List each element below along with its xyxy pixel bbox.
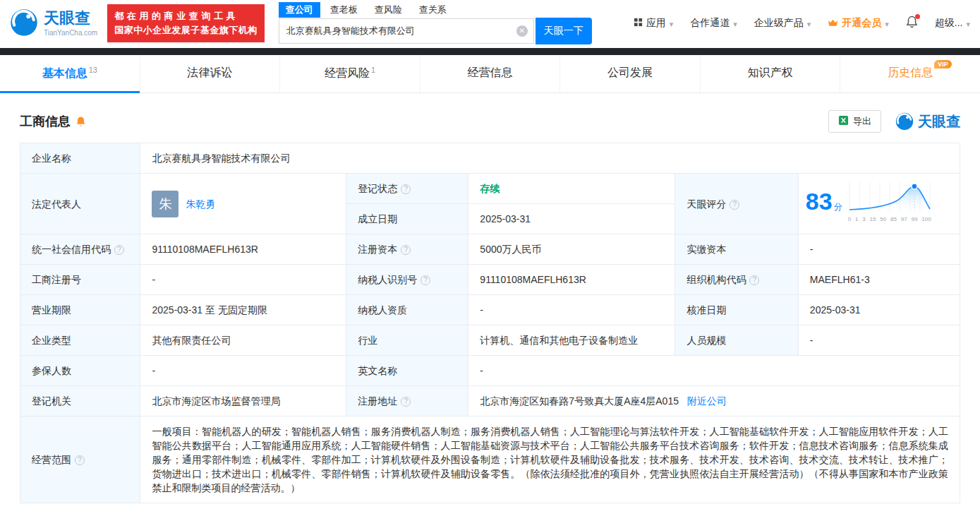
legal-rep-label: 法定代表人 <box>20 174 140 234</box>
nav-super-vip[interactable]: 超级... <box>935 17 970 30</box>
approval-date-label: 核准日期 <box>675 295 798 325</box>
tab-business-risk[interactable]: 经营风险1 <box>280 55 421 92</box>
approval-date-value: 2025-03-31 <box>798 295 960 325</box>
info-icon[interactable] <box>401 184 411 194</box>
slogan-badge: 都 在 用 的 商 业 查 询 工 具 国家中小企业发展子基金旗下机构 <box>107 4 265 42</box>
export-label: 导出 <box>853 115 871 128</box>
section-header: 工商信息 导出 天眼查 <box>20 110 960 133</box>
info-icon[interactable] <box>421 275 430 285</box>
export-button[interactable]: 导出 <box>828 110 881 133</box>
top-header: 天眼查 TianYanCha.com 都 在 用 的 商 业 查 询 工 具 国… <box>0 0 980 48</box>
nav-enterprise-products[interactable]: 企业级产品 <box>754 17 811 30</box>
search-tab-relation[interactable]: 查关系 <box>412 2 454 18</box>
nearby-companies-link[interactable]: 附近公司 <box>687 395 727 407</box>
score-axis-labels: 01 315 5085 9799 100 <box>848 212 931 227</box>
tab-business-info[interactable]: 经营信息 <box>421 55 561 92</box>
nav-enterprise-products-label: 企业级产品 <box>754 17 804 30</box>
slogan-line2: 国家中小企业发展子基金旗下机构 <box>114 23 258 37</box>
english-name-label: 英文名称 <box>346 356 468 386</box>
brand-name: 天眼查 <box>44 10 97 27</box>
tab-label: 知识产权 <box>748 66 793 78</box>
credit-code-label: 统一社会信用代码 <box>20 234 140 265</box>
score-number: 83分 <box>806 194 842 214</box>
tianyancha-logo-icon <box>10 8 38 39</box>
reg-status-label: 登记状态 <box>346 174 468 204</box>
nav-cooperation-label: 合作通道 <box>690 17 730 30</box>
brand-domain: TianYanCha.com <box>44 29 97 37</box>
taxpayer-id-label: 纳税人识别号 <box>346 265 468 295</box>
avatar[interactable]: 朱 <box>152 191 179 217</box>
info-icon[interactable] <box>401 245 411 255</box>
establish-date-label: 成立日期 <box>346 204 468 234</box>
legal-rep-link[interactable]: 朱乾勇 <box>186 197 215 211</box>
nav-open-membership[interactable]: 开通会员 <box>828 17 889 30</box>
insured-count-label: 参保人数 <box>20 356 140 386</box>
tab-basic-info[interactable]: 基本信息13 <box>0 55 140 92</box>
legal-rep-value: 朱 朱乾勇 <box>140 174 346 234</box>
search-input[interactable] <box>279 18 534 44</box>
tab-company-development[interactable]: 公司发展 <box>560 55 701 92</box>
info-icon[interactable] <box>749 275 759 285</box>
industry-value: 计算机、通信和其他电子设备制造业 <box>468 325 675 356</box>
chevron-down-icon <box>966 18 970 29</box>
tab-count: 13 <box>89 66 97 74</box>
score-curve-chart <box>848 181 931 212</box>
insured-count-value: - <box>140 356 346 386</box>
table-row: 法定代表人 朱 朱乾勇 登记状态 存续 天眼评分 <box>20 174 960 204</box>
header-nav: 应用 合作通道 企业级产品 开通会员 超级... <box>634 16 970 31</box>
tianyancha-logo[interactable]: 天眼查 TianYanCha.com <box>10 8 97 39</box>
tab-label: 基本信息 <box>42 67 87 79</box>
reg-capital-value: 5000万人民币 <box>468 234 675 265</box>
reg-status-value: 存续 <box>468 174 675 204</box>
info-icon[interactable] <box>75 455 85 465</box>
score-chart: 01 315 5085 9799 100 <box>848 181 931 227</box>
nav-cooperation[interactable]: 合作通道 <box>690 17 737 30</box>
notification-bell-icon[interactable] <box>906 16 918 31</box>
tab-label: 历史信息 <box>888 66 933 78</box>
nav-open-membership-label: 开通会员 <box>842 17 881 30</box>
staff-size-label: 人员规模 <box>675 325 798 356</box>
page-tabs: 基本信息13 法律诉讼 经营风险1 经营信息 公司发展 知识产权 历史信息VIP <box>0 55 980 93</box>
section-title: 工商信息 <box>20 113 71 130</box>
reg-authority-label: 登记机关 <box>20 386 140 417</box>
tab-history-info[interactable]: 历史信息VIP <box>840 55 980 92</box>
score-label: 天眼评分 <box>675 174 798 234</box>
info-icon[interactable] <box>401 397 411 407</box>
business-scope-value: 一般项目：智能机器人的研发；智能机器人销售；服务消费机器人制造；服务消费机器人销… <box>140 417 960 503</box>
tab-label: 经营风险 <box>325 67 370 79</box>
credit-code-value: 91110108MAEFLH613R <box>140 234 346 265</box>
table-row: 参保人数 - 英文名称 - <box>20 356 960 386</box>
tab-count: 1 <box>371 66 375 74</box>
slogan-line1: 都 在 用 的 商 业 查 询 工 具 <box>114 9 258 23</box>
table-row: 登记机关 北京市海淀区市场监督管理局 注册地址 北京市海淀区知春路7号致真大厦A… <box>20 386 960 417</box>
company-type-label: 企业类型 <box>20 325 140 356</box>
notification-dot <box>915 14 920 19</box>
chevron-down-icon <box>885 18 889 29</box>
tab-intellectual-property[interactable]: 知识产权 <box>701 55 841 92</box>
staff-size-value: - <box>798 325 960 356</box>
info-icon[interactable] <box>730 200 739 210</box>
industry-label: 行业 <box>346 325 468 356</box>
nav-apps-label: 应用 <box>646 17 666 30</box>
reg-authority-value: 北京市海淀区市场监督管理局 <box>140 386 346 417</box>
info-icon[interactable] <box>114 245 124 255</box>
taxpayer-qualification-value: - <box>468 295 675 325</box>
nav-apps[interactable]: 应用 <box>634 17 674 30</box>
taxpayer-id-value: 91110108MAEFLH613R <box>468 265 675 295</box>
nav-super-vip-label: 超级... <box>935 17 963 30</box>
search-tab-risk[interactable]: 查风险 <box>368 2 409 18</box>
business-term-value: 2025-03-31 至 无固定期限 <box>140 295 346 325</box>
reg-capital-label: 注册资本 <box>346 234 468 265</box>
crown-icon <box>828 18 838 29</box>
search-tab-boss[interactable]: 查老板 <box>323 2 365 18</box>
tab-legal-proceedings[interactable]: 法律诉讼 <box>140 55 281 92</box>
clear-icon[interactable] <box>516 25 528 37</box>
tab-label: 经营信息 <box>468 66 513 78</box>
search-tab-company[interactable]: 查公司 <box>279 2 320 18</box>
english-name-value: - <box>468 356 960 386</box>
search-tabs: 查公司 查老板 查风险 查关系 <box>279 2 592 18</box>
subscribe-bell-icon[interactable] <box>75 116 86 128</box>
table-row: 统一社会信用代码 91110108MAEFLH613R 注册资本 5000万人民… <box>20 234 960 265</box>
watermark-logo: 天眼查 <box>895 112 960 131</box>
search-button[interactable]: 天眼一下 <box>536 18 592 44</box>
